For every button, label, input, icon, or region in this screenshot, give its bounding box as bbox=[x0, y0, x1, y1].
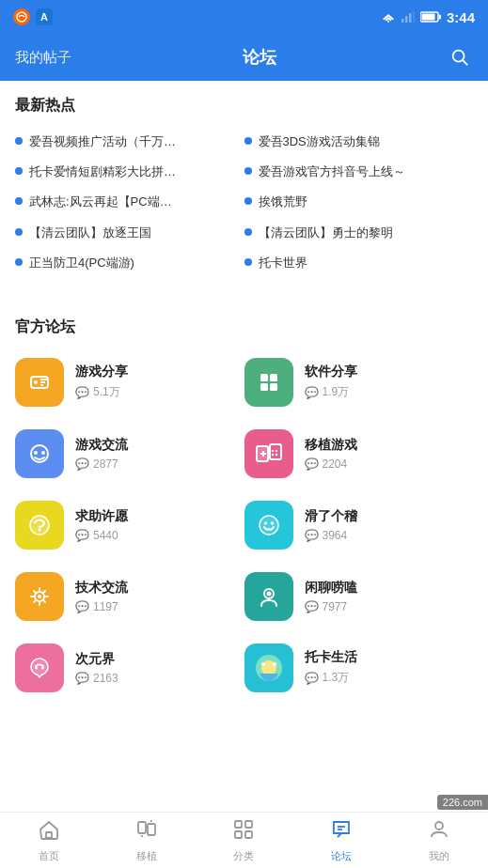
forum-info: 托卡生活 💬 1.3万 bbox=[305, 649, 466, 686]
forum-name: 求助许愿 bbox=[75, 508, 237, 525]
forum-icon-tuoka-shenghuo bbox=[244, 643, 293, 692]
list-item[interactable]: 游戏分享 💬 5.1万 bbox=[15, 349, 244, 416]
category-icon bbox=[232, 818, 255, 846]
forum-icon-xianliao-laoke bbox=[244, 572, 293, 621]
svg-point-0 bbox=[17, 12, 26, 22]
count-text: 2877 bbox=[93, 457, 118, 471]
status-bar-left: A bbox=[13, 8, 53, 25]
top-nav: 我的帖子 论坛 bbox=[0, 34, 488, 81]
list-item[interactable]: 技术交流 💬 1197 bbox=[15, 563, 244, 630]
forum-icon-youxi-fengxiang bbox=[15, 358, 64, 407]
nav-item-profile[interactable]: 我的 bbox=[390, 818, 488, 863]
list-item[interactable]: 游戏交流 💬 2877 bbox=[15, 420, 244, 488]
list-item[interactable]: 【清云团队】放逐王国 bbox=[15, 218, 244, 248]
forum-count: 💬 1197 bbox=[75, 600, 237, 613]
list-item[interactable]: 正当防卫4(PC端游) bbox=[15, 248, 244, 278]
svg-rect-52 bbox=[245, 821, 252, 828]
list-item[interactable]: 爱吾游戏官方抖音号上线～ bbox=[244, 157, 474, 187]
nav-back-label[interactable]: 我的帖子 bbox=[15, 49, 71, 67]
nav-item-home[interactable]: 首页 bbox=[0, 818, 98, 863]
nav-item-forum[interactable]: 论坛 bbox=[292, 818, 390, 863]
svg-line-12 bbox=[463, 60, 467, 65]
list-item[interactable]: 爱吾视频推广活动（千万… bbox=[15, 127, 244, 157]
comment-icon: 💬 bbox=[75, 386, 89, 399]
svg-rect-10 bbox=[421, 14, 434, 21]
comment-icon: 💬 bbox=[75, 529, 89, 542]
svg-rect-53 bbox=[235, 831, 242, 838]
forum-icon-jishu-jiaoliu bbox=[15, 572, 64, 621]
search-button[interactable] bbox=[447, 44, 473, 70]
list-item[interactable]: 武林志:风云再起【PC端… bbox=[15, 187, 244, 217]
forum-icon-ciyuanjie bbox=[15, 643, 64, 692]
svg-point-32 bbox=[30, 516, 49, 535]
hot-item-text: 爱吾游戏官方抖音号上线～ bbox=[259, 163, 405, 180]
list-item[interactable]: 托卡世界 bbox=[244, 248, 474, 278]
svg-point-31 bbox=[275, 454, 276, 456]
list-item[interactable]: 【清云团队】勇士的黎明 bbox=[244, 218, 474, 248]
hot-item-text: 托卡爱情短剧精彩大比拼… bbox=[29, 163, 176, 180]
svg-rect-20 bbox=[260, 383, 268, 391]
forum-count: 💬 2877 bbox=[75, 457, 237, 471]
nav-title: 论坛 bbox=[243, 46, 276, 69]
comment-icon: 💬 bbox=[305, 386, 319, 399]
svg-point-36 bbox=[270, 521, 274, 525]
count-text: 1197 bbox=[93, 600, 118, 613]
forum-count: 💬 3964 bbox=[305, 529, 466, 542]
count-text: 3964 bbox=[323, 529, 348, 542]
list-item[interactable]: 托卡爱情短剧精彩大比拼… bbox=[15, 157, 244, 187]
forum-icon-ruanjian-fengxiang bbox=[244, 358, 293, 407]
list-item[interactable]: 爱吾3DS游戏活动集锦 bbox=[244, 127, 474, 157]
hot-dot bbox=[15, 197, 23, 205]
forum-name: 游戏分享 bbox=[75, 364, 237, 380]
nav-label-profile: 我的 bbox=[429, 849, 449, 863]
hot-item-text: 爱吾视频推广活动（千万… bbox=[29, 133, 176, 150]
svg-rect-49 bbox=[138, 822, 146, 833]
hot-dot bbox=[244, 228, 252, 236]
count-text: 5.1万 bbox=[93, 384, 120, 400]
nav-item-migrate[interactable]: 移植 bbox=[98, 818, 196, 863]
battery-icon bbox=[420, 11, 441, 23]
svg-point-57 bbox=[435, 822, 443, 829]
list-item[interactable]: 求助许愿 💬 5440 bbox=[15, 491, 244, 559]
watermark: 226.com bbox=[437, 795, 488, 810]
signal-icon bbox=[401, 11, 415, 23]
forum-name: 移植游戏 bbox=[305, 437, 466, 454]
forum-name: 次元界 bbox=[75, 651, 237, 668]
svg-point-3 bbox=[387, 21, 389, 23]
hot-item-text: 挨饿荒野 bbox=[259, 194, 307, 210]
list-item[interactable]: 次元界 💬 2163 bbox=[15, 634, 244, 702]
forum-icon-youxi-jiaoliu bbox=[15, 429, 64, 478]
hot-grid: 爱吾视频推广活动（千万… 爱吾3DS游戏活动集锦 托卡爱情短剧精彩大比拼… 爱吾… bbox=[15, 127, 473, 278]
forum-info: 闲聊唠嗑 💬 7977 bbox=[305, 580, 466, 613]
sohu-icon bbox=[13, 8, 30, 25]
nav-item-category[interactable]: 分类 bbox=[196, 818, 293, 863]
svg-rect-9 bbox=[439, 15, 441, 20]
forum-name: 技术交流 bbox=[75, 580, 237, 597]
svg-rect-27 bbox=[270, 444, 281, 459]
list-item[interactable]: 托卡生活 💬 1.3万 bbox=[244, 634, 474, 702]
svg-point-29 bbox=[275, 450, 276, 452]
comment-icon: 💬 bbox=[75, 457, 89, 471]
list-item[interactable]: 滑了个稽 💬 3964 bbox=[244, 491, 474, 559]
forum-section-title: 官方论坛 bbox=[15, 318, 473, 337]
svg-rect-50 bbox=[148, 824, 155, 835]
svg-rect-51 bbox=[235, 821, 242, 828]
svg-point-24 bbox=[41, 451, 45, 455]
svg-rect-54 bbox=[245, 831, 252, 838]
hot-dot bbox=[15, 137, 23, 145]
list-item[interactable]: 移植游戏 💬 2204 bbox=[244, 420, 474, 488]
svg-point-38 bbox=[38, 595, 41, 598]
hot-item-text: 【清云团队】勇士的黎明 bbox=[259, 225, 393, 241]
hot-section-title: 最新热点 bbox=[15, 96, 473, 116]
svg-rect-7 bbox=[413, 11, 415, 23]
forum-count: 💬 1.3万 bbox=[305, 670, 466, 686]
svg-point-30 bbox=[271, 454, 273, 456]
comment-icon: 💬 bbox=[305, 529, 319, 542]
forum-icon-yizhi-youxi bbox=[244, 429, 293, 478]
list-item[interactable]: 挨饿荒野 bbox=[244, 187, 474, 217]
list-item[interactable]: 软件分享 💬 1.9万 bbox=[244, 349, 474, 416]
comment-icon: 💬 bbox=[75, 672, 89, 685]
hot-dot bbox=[244, 137, 252, 145]
wifi-icon bbox=[381, 11, 396, 23]
list-item[interactable]: 闲聊唠嗑 💬 7977 bbox=[244, 563, 474, 630]
